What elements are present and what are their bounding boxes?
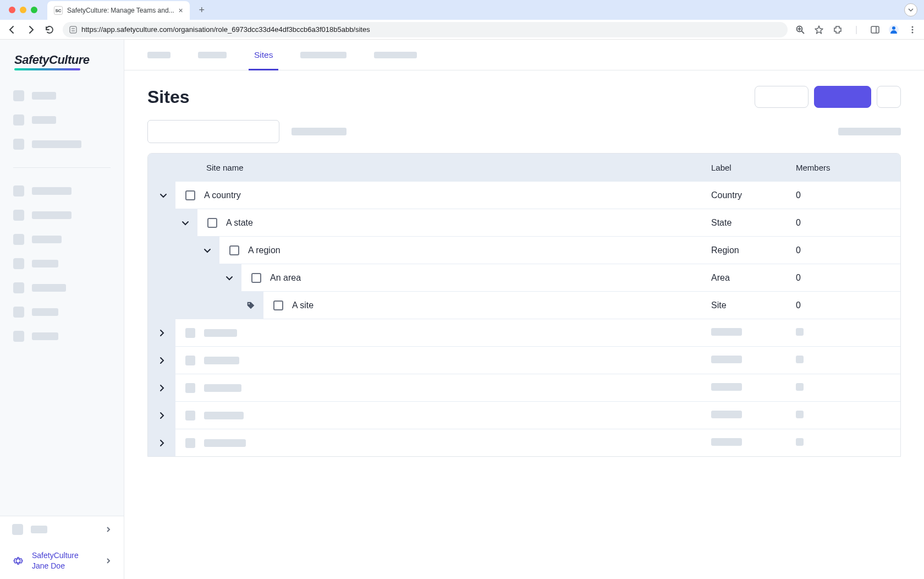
expand-toggle[interactable] (157, 356, 166, 365)
row-checkbox[interactable] (185, 328, 195, 338)
chevron-right-icon (157, 329, 166, 337)
table-row[interactable]: A regionRegion0 (148, 236, 900, 264)
expand-toggle[interactable] (157, 411, 166, 420)
site-name: A country (204, 190, 241, 200)
table-row[interactable] (148, 374, 900, 401)
tab-placeholder[interactable] (374, 40, 417, 70)
table-row[interactable] (148, 401, 900, 429)
profile-avatar[interactable] (889, 25, 899, 35)
header-button-secondary[interactable] (755, 86, 809, 108)
sidebar-bottom-item[interactable] (0, 516, 124, 543)
filter-placeholder[interactable] (838, 128, 901, 135)
expand-toggle[interactable] (159, 191, 168, 200)
row-checkbox[interactable] (185, 438, 195, 448)
close-window-icon[interactable] (9, 7, 15, 13)
menu-icon[interactable] (908, 25, 917, 35)
row-checkbox[interactable] (185, 356, 195, 365)
nav-item[interactable] (11, 227, 113, 252)
row-checkbox[interactable] (185, 190, 195, 200)
nav-divider (13, 167, 111, 168)
svg-point-3 (892, 26, 895, 30)
window-controls[interactable] (9, 7, 37, 13)
sidebar-bottom: SafetyCulture Jane Doe (0, 516, 124, 579)
side-panel-icon[interactable] (870, 25, 880, 35)
row-checkbox[interactable] (207, 218, 217, 228)
header-button-primary[interactable] (814, 86, 871, 108)
nav-item[interactable] (11, 179, 113, 203)
expand-toggle[interactable] (157, 384, 166, 392)
svg-rect-0 (70, 26, 76, 33)
table-row[interactable]: A stateState0 (148, 209, 900, 236)
table-row[interactable]: An areaArea0 (148, 264, 900, 291)
expand-toggle[interactable] (203, 246, 212, 255)
expand-toggle[interactable] (181, 219, 190, 227)
site-name: A region (248, 245, 280, 255)
nav-item[interactable] (11, 252, 113, 276)
logo[interactable]: SafetyCulture (0, 40, 124, 80)
table-row[interactable]: A countryCountry0 (148, 181, 900, 209)
browser-chrome: SC SafetyCulture: Manage Teams and... × … (0, 0, 924, 40)
chevron-right-icon (157, 439, 166, 447)
tab-label: Sites (254, 50, 273, 60)
filter-placeholder[interactable] (292, 128, 346, 135)
back-button[interactable] (7, 24, 18, 35)
row-checkbox[interactable] (185, 411, 195, 420)
table-row[interactable]: A siteSite0 (148, 291, 900, 319)
expand-toggle[interactable] (157, 439, 166, 447)
nav-item[interactable] (11, 132, 113, 156)
expand-toggle[interactable] (225, 274, 234, 282)
chevron-right-icon (105, 526, 112, 533)
expand-toggle[interactable] (157, 329, 166, 337)
tab-placeholder[interactable] (147, 40, 170, 70)
maximize-window-icon[interactable] (31, 7, 37, 13)
row-checkbox[interactable] (251, 273, 261, 283)
nav-primary (0, 80, 124, 160)
site-members-placeholder (796, 356, 804, 363)
chevron-right-icon (157, 356, 166, 365)
tab-placeholder[interactable] (300, 40, 346, 70)
zoom-icon[interactable] (795, 25, 805, 35)
chevron-right-icon (157, 384, 166, 392)
browser-tab[interactable]: SC SafetyCulture: Manage Teams and... × (47, 1, 190, 20)
chevron-down-icon (203, 246, 212, 255)
main-content: Sites Sites Site name Label Members (124, 40, 924, 579)
search-input[interactable] (147, 120, 279, 143)
user-menu[interactable]: SafetyCulture Jane Doe (0, 543, 124, 579)
reload-button[interactable] (44, 24, 55, 35)
site-members: 0 (796, 218, 900, 228)
tab-placeholder[interactable] (198, 40, 227, 70)
url-field[interactable]: https://app.safetyculture.com/organisati… (63, 22, 788, 37)
minimize-window-icon[interactable] (20, 7, 26, 13)
table-row[interactable] (148, 429, 900, 456)
nav-item[interactable] (11, 108, 113, 132)
tabs-dropdown-button[interactable] (904, 3, 917, 17)
app-shell: SafetyCulture SafetyC (0, 40, 924, 579)
site-name-placeholder (204, 384, 241, 392)
col-header-name: Site name (175, 163, 711, 172)
tag-icon (246, 301, 256, 310)
nav-item[interactable] (11, 276, 113, 300)
header-actions (755, 86, 901, 108)
table-row[interactable] (148, 319, 900, 346)
row-checkbox[interactable] (185, 383, 195, 393)
new-tab-button[interactable]: + (194, 2, 210, 18)
nav-item[interactable] (11, 84, 113, 108)
header-button-more[interactable] (877, 86, 901, 108)
row-checkbox[interactable] (229, 245, 239, 255)
site-name-placeholder (204, 412, 244, 419)
site-label-placeholder (711, 356, 742, 363)
row-checkbox[interactable] (273, 301, 283, 310)
nav-item[interactable] (11, 203, 113, 227)
site-name: A state (226, 218, 253, 228)
tab-sites[interactable]: Sites (254, 40, 273, 70)
site-members-placeholder (796, 438, 804, 446)
bookmark-icon[interactable] (814, 25, 824, 35)
nav-item[interactable] (11, 324, 113, 348)
close-tab-icon[interactable]: × (179, 6, 183, 15)
extensions-icon[interactable] (833, 25, 843, 35)
forward-button[interactable] (25, 24, 36, 35)
nav-item[interactable] (11, 300, 113, 324)
table-row[interactable] (148, 346, 900, 374)
chevron-right-icon (157, 411, 166, 420)
site-label-placeholder (711, 328, 742, 336)
